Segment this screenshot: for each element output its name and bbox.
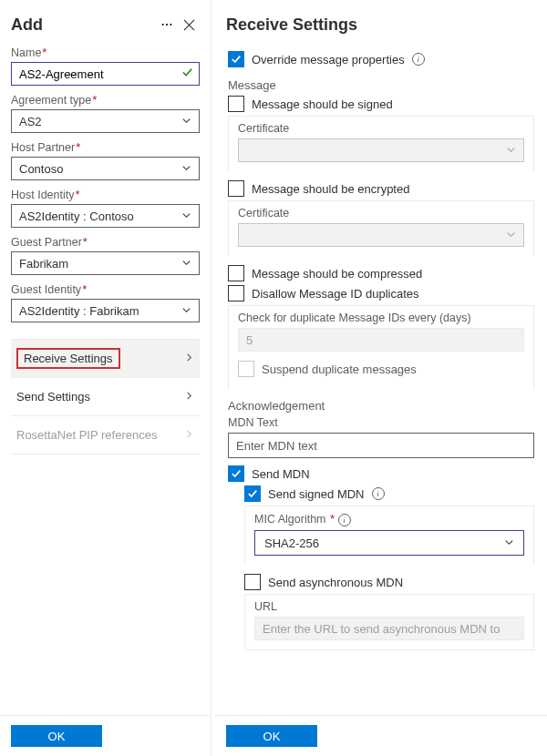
encrypted-cert-select bbox=[238, 223, 524, 247]
encrypted-label: Message should be encrypted bbox=[252, 182, 409, 196]
host-identity-select[interactable]: AS2Identity : Contoso bbox=[11, 204, 200, 228]
chevron-down-icon bbox=[181, 115, 191, 128]
send-settings-label: Send Settings bbox=[16, 390, 90, 404]
async-url-input: Enter the URL to send asynchronous MDN t… bbox=[254, 617, 524, 640]
receive-settings-label: Receive Settings bbox=[16, 348, 120, 369]
compressed-checkbox[interactable] bbox=[228, 265, 244, 281]
host-identity-value: AS2Identity : Contoso bbox=[19, 209, 134, 223]
guest-partner-select[interactable]: Fabrikam bbox=[11, 251, 200, 275]
agreement-type-label: Agreement type* bbox=[11, 93, 200, 107]
send-mdn-label: Send MDN bbox=[252, 467, 310, 481]
message-section-label: Message bbox=[228, 78, 534, 92]
rosettanet-nav: RosettaNet PIP references bbox=[11, 416, 200, 455]
chevron-down-icon bbox=[506, 229, 516, 242]
url-label: URL bbox=[254, 600, 524, 613]
chevron-down-icon bbox=[181, 162, 191, 176]
mdn-text-input[interactable] bbox=[228, 433, 534, 458]
signed-checkbox[interactable] bbox=[228, 96, 244, 112]
send-signed-mdn-checkbox[interactable] bbox=[244, 485, 261, 502]
guest-identity-value: AS2Identity : Fabrikam bbox=[19, 304, 139, 318]
encrypted-cert-label: Certificate bbox=[238, 207, 524, 220]
disallow-dup-label: Disallow Message ID duplicates bbox=[252, 287, 419, 301]
add-panel-header: Add bbox=[0, 0, 211, 42]
send-settings-nav[interactable]: Send Settings bbox=[11, 378, 200, 416]
chevron-down-icon bbox=[504, 536, 514, 550]
rosettanet-label: RosettaNet PIP references bbox=[16, 428, 157, 442]
receive-settings-title: Receive Settings bbox=[226, 15, 536, 35]
receive-settings-panel: Receive Settings Override message proper… bbox=[212, 0, 547, 756]
disallow-dup-checkbox[interactable] bbox=[228, 285, 244, 301]
signed-cert-select bbox=[238, 138, 524, 162]
signed-label: Message should be signed bbox=[252, 97, 393, 111]
receive-settings-nav[interactable]: Receive Settings bbox=[11, 340, 200, 378]
receive-settings-body: Override message properties i Message Me… bbox=[215, 42, 547, 715]
send-async-mdn-checkbox[interactable] bbox=[244, 574, 261, 590]
chevron-right-icon bbox=[184, 428, 194, 442]
host-identity-label: Host Identity* bbox=[11, 188, 200, 201]
send-signed-mdn-label: Send signed MDN bbox=[268, 487, 365, 501]
add-panel: Add Name* Agreement type* AS2 bbox=[0, 0, 212, 756]
mic-value: SHA2-256 bbox=[264, 536, 319, 550]
suspend-dup-checkbox bbox=[238, 361, 254, 377]
add-panel-title: Add bbox=[11, 15, 156, 35]
ack-section-label: Acknowledgement bbox=[228, 399, 534, 413]
agreement-type-value: AS2 bbox=[19, 115, 42, 128]
info-icon[interactable]: i bbox=[372, 487, 385, 500]
close-icon[interactable] bbox=[178, 14, 200, 36]
svg-point-1 bbox=[166, 24, 168, 26]
ok-button[interactable]: OK bbox=[11, 725, 102, 747]
info-icon[interactable]: i bbox=[338, 514, 351, 526]
dup-days-input: 5 bbox=[238, 328, 524, 352]
host-partner-select[interactable]: Contoso bbox=[11, 157, 200, 180]
check-icon bbox=[181, 66, 193, 81]
receive-settings-header: Receive Settings bbox=[215, 0, 547, 42]
override-checkbox[interactable] bbox=[228, 51, 244, 67]
name-label: Name* bbox=[11, 46, 200, 59]
chevron-down-icon bbox=[506, 144, 516, 158]
mic-algorithm-select[interactable]: SHA2-256 bbox=[254, 530, 524, 556]
guest-identity-select[interactable]: AS2Identity : Fabrikam bbox=[11, 299, 200, 322]
chevron-down-icon bbox=[181, 257, 191, 271]
receive-footer: OK bbox=[215, 715, 547, 756]
name-input[interactable] bbox=[11, 62, 200, 86]
send-async-mdn-label: Send asynchronous MDN bbox=[268, 576, 403, 589]
mdn-text-label: MDN Text bbox=[228, 416, 534, 429]
guest-identity-label: Guest Identity* bbox=[11, 282, 200, 296]
chevron-right-icon bbox=[184, 390, 194, 404]
dup-days-label: Check for duplicate Message IDs every (d… bbox=[238, 312, 524, 324]
signed-cert-label: Certificate bbox=[238, 122, 524, 135]
mic-label: MIC Algorithm * i bbox=[254, 512, 524, 526]
info-icon[interactable]: i bbox=[412, 53, 425, 66]
ok-button[interactable]: OK bbox=[226, 725, 317, 747]
send-mdn-checkbox[interactable] bbox=[228, 465, 244, 482]
encrypted-checkbox[interactable] bbox=[228, 180, 244, 197]
settings-nav: Receive Settings Send Settings RosettaNe… bbox=[11, 339, 200, 455]
add-footer: OK bbox=[0, 715, 211, 756]
chevron-down-icon bbox=[181, 304, 191, 318]
agreement-type-select[interactable]: AS2 bbox=[11, 109, 200, 133]
svg-point-0 bbox=[162, 24, 164, 26]
chevron-down-icon bbox=[181, 209, 191, 223]
svg-point-2 bbox=[170, 24, 171, 26]
compressed-label: Message should be compressed bbox=[252, 267, 422, 281]
override-label: Override message properties bbox=[252, 53, 405, 66]
guest-partner-value: Fabrikam bbox=[19, 257, 68, 271]
guest-partner-label: Guest Partner* bbox=[11, 235, 200, 249]
suspend-dup-label: Suspend duplicate messages bbox=[262, 363, 417, 376]
more-icon[interactable] bbox=[156, 14, 178, 36]
host-partner-value: Contoso bbox=[19, 162, 63, 176]
host-partner-label: Host Partner* bbox=[11, 140, 200, 154]
add-form: Name* Agreement type* AS2 Host Partner* … bbox=[0, 42, 211, 715]
chevron-right-icon bbox=[184, 352, 194, 365]
